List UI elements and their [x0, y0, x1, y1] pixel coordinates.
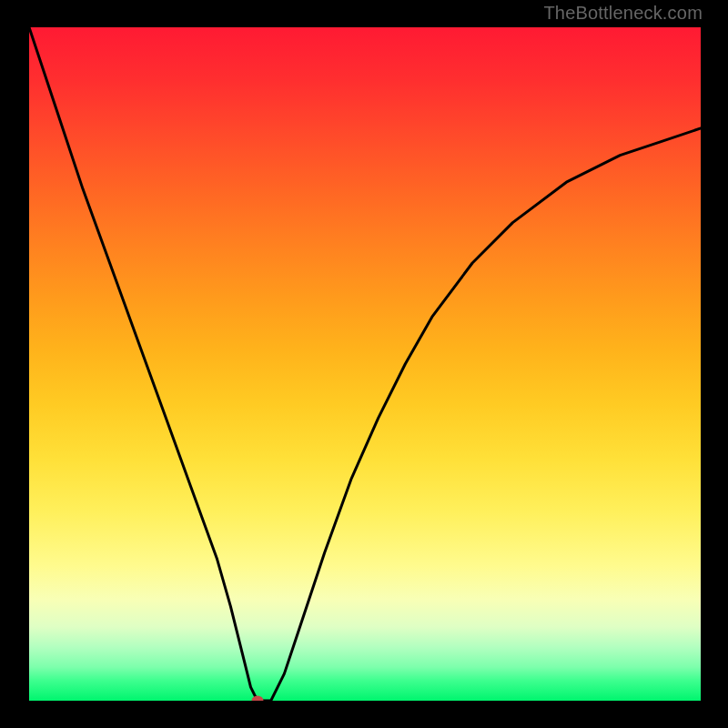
watermark-text: TheBottleneck.com — [543, 3, 703, 24]
curve-svg — [29, 27, 701, 701]
optimum-marker — [251, 696, 263, 702]
bottleneck-curve — [29, 27, 701, 701]
plot-area — [29, 27, 701, 701]
chart-frame: TheBottleneck.com — [0, 0, 728, 728]
